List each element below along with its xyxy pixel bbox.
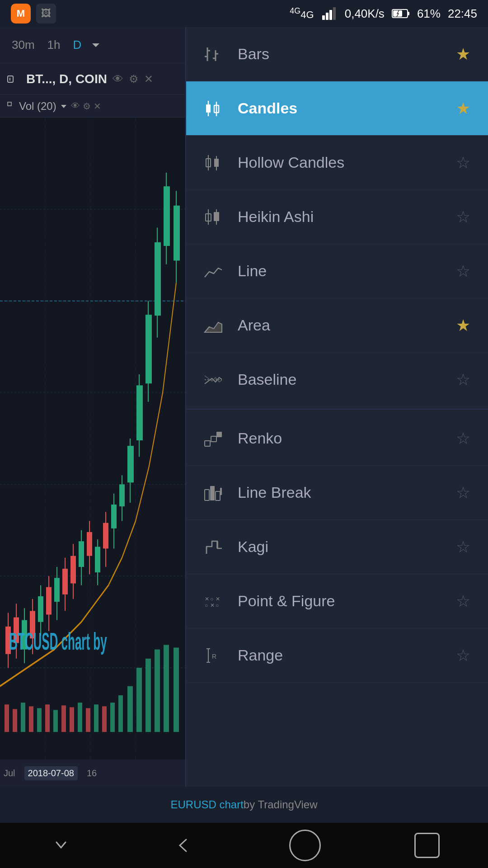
svg-text:○: ○ <box>216 602 219 609</box>
svg-rect-37 <box>62 569 68 594</box>
close-icon[interactable]: ✕ <box>144 73 153 85</box>
nav-home-button[interactable] <box>289 830 321 861</box>
svg-rect-81 <box>145 659 151 732</box>
hollow-candles-star[interactable]: ☆ <box>452 151 474 174</box>
line-break-label: Line Break <box>238 484 452 501</box>
tf-d-button[interactable]: D <box>69 35 86 55</box>
chart-toolbar: 30m 1h D <box>0 27 185 63</box>
svg-rect-0 <box>322 15 325 20</box>
area-chart-icon <box>200 312 227 339</box>
svg-rect-1 <box>326 13 328 20</box>
svg-rect-66 <box>21 703 25 732</box>
vol-eye-icon[interactable]: 👁 <box>71 101 80 111</box>
svg-rect-113 <box>205 490 209 500</box>
menu-item-baseline[interactable]: Baseline ☆ <box>186 353 488 407</box>
bottom-nav-bar <box>0 823 488 868</box>
nav-back-button[interactable] <box>167 830 199 861</box>
svg-text:○: ○ <box>210 596 213 602</box>
vol-dropdown-icon[interactable] <box>59 102 68 111</box>
chart-symbol: BT..., D, COIN <box>26 72 107 86</box>
vol-close-icon[interactable]: ✕ <box>94 101 101 112</box>
heikin-ashi-label: Heikin Ashi <box>238 208 452 226</box>
tf-1h-button[interactable]: 1h <box>43 35 65 55</box>
baseline-label: Baseline <box>238 371 452 388</box>
line-break-chart-icon <box>200 479 227 506</box>
gallery-icon: 🖼 <box>36 4 56 24</box>
line-break-star[interactable]: ☆ <box>452 481 474 504</box>
svg-rect-35 <box>54 578 60 602</box>
point-figure-icon: ✕ ○ ✕ ○ ✕ ○ <box>200 588 227 615</box>
point-figure-star[interactable]: ☆ <box>452 590 474 613</box>
menu-item-line[interactable]: Line ☆ <box>186 244 488 298</box>
network-speed: 0,40K/s <box>345 7 385 21</box>
svg-rect-71 <box>61 705 66 732</box>
svg-rect-82 <box>155 650 160 732</box>
svg-rect-70 <box>53 710 58 732</box>
renko-star[interactable]: ☆ <box>452 427 474 450</box>
bars-star[interactable]: ★ <box>452 43 474 66</box>
menu-item-renko[interactable]: Renko ☆ <box>186 411 488 466</box>
menu-item-point-figure[interactable]: ✕ ○ ✕ ○ ✕ ○ Point & Figure ☆ <box>186 574 488 628</box>
line-star[interactable]: ☆ <box>452 260 474 283</box>
bars-label: Bars <box>238 45 452 63</box>
baseline-star[interactable]: ☆ <box>452 368 474 391</box>
svg-text:✕: ✕ <box>216 596 220 602</box>
compare-icon <box>7 74 21 84</box>
nav-down-button[interactable] <box>45 830 77 861</box>
tf-30m-button[interactable]: 30m <box>7 35 39 55</box>
menu-item-range[interactable]: R Range ☆ <box>186 628 488 683</box>
range-star[interactable]: ☆ <box>452 644 474 667</box>
footer-credit-bar: EURUSD chart by TradingView <box>0 787 488 823</box>
eye-icon[interactable]: 👁 <box>113 73 123 85</box>
svg-rect-33 <box>46 587 52 615</box>
svg-text:✕: ✕ <box>205 596 209 602</box>
range-chart-icon: R <box>200 642 227 669</box>
svg-text:BTCUSD chart by: BTCUSD chart by <box>9 627 107 655</box>
svg-rect-49 <box>111 505 117 528</box>
menu-section-divider-1 <box>186 409 488 410</box>
svg-rect-115 <box>216 491 220 500</box>
menu-item-bars[interactable]: Bars ★ <box>186 27 488 81</box>
settings-icon[interactable]: ⚙ <box>129 73 139 85</box>
heikin-ashi-star[interactable]: ☆ <box>452 206 474 228</box>
footer-link[interactable]: EURUSD chart <box>170 798 243 811</box>
menu-item-hollow-candles[interactable]: Hollow Candles ☆ <box>186 136 488 190</box>
clock: 22:45 <box>448 7 477 21</box>
timeframe-dropdown[interactable] <box>89 39 102 52</box>
point-figure-label: Point & Figure <box>238 592 452 610</box>
svg-rect-41 <box>79 541 84 567</box>
menu-item-candles[interactable]: Candles ★ <box>186 81 488 136</box>
svg-rect-53 <box>127 446 134 482</box>
line-label: Line <box>238 262 452 280</box>
svg-rect-100 <box>214 159 219 167</box>
menu-item-line-break[interactable]: Line Break ☆ <box>186 466 488 520</box>
menu-item-heikin-ashi[interactable]: Heikin Ashi ☆ <box>186 190 488 244</box>
svg-rect-72 <box>70 707 74 732</box>
candles-chart-icon <box>200 95 227 122</box>
svg-rect-112 <box>216 432 222 437</box>
kagi-star[interactable]: ☆ <box>452 536 474 558</box>
svg-rect-74 <box>86 708 90 732</box>
svg-rect-76 <box>102 706 107 732</box>
menu-item-area[interactable]: Area ★ <box>186 298 488 353</box>
chart-area: 30m 1h D BT..., D, COIN 👁 ⚙ ✕ Vo <box>0 27 185 823</box>
svg-rect-64 <box>5 704 9 732</box>
chart-header: BT..., D, COIN 👁 ⚙ ✕ <box>0 63 185 95</box>
chart-dates-row: Jul 2018-07-08 16 <box>0 760 185 787</box>
svg-rect-45 <box>95 547 100 572</box>
mi-app-icon: M <box>11 4 31 24</box>
candles-label: Candles <box>238 99 452 117</box>
svg-rect-77 <box>110 703 115 732</box>
svg-rect-3 <box>333 7 336 20</box>
vol-settings-icon[interactable]: ⚙ <box>83 101 91 112</box>
svg-rect-73 <box>78 703 82 732</box>
svg-rect-5 <box>408 12 409 15</box>
svg-rect-9 <box>9 78 10 80</box>
area-star[interactable]: ★ <box>452 314 474 337</box>
signal-bars-icon <box>321 5 338 22</box>
nav-recents-button[interactable] <box>411 830 443 861</box>
menu-item-kagi[interactable]: Kagi ☆ <box>186 520 488 574</box>
chart-vol-row: Vol (20) 👁 ⚙ ✕ <box>0 95 185 118</box>
bars-chart-icon <box>200 41 227 68</box>
candles-star[interactable]: ★ <box>452 97 474 120</box>
